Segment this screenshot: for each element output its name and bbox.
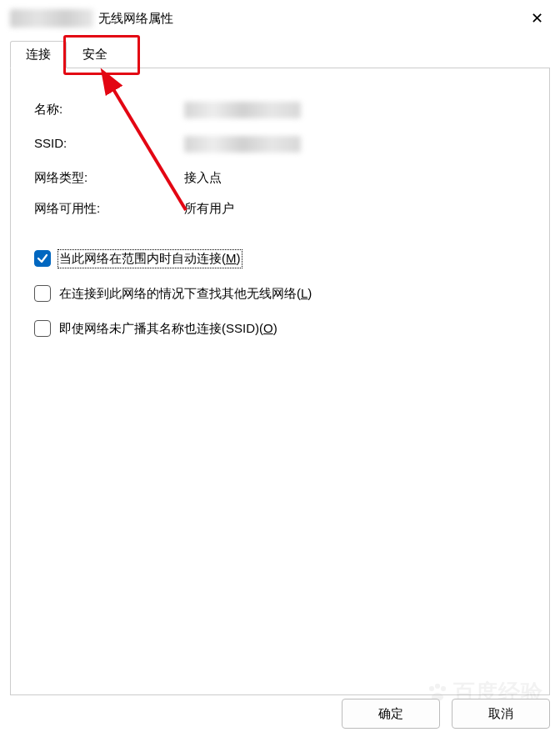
tab-strip: 连接 安全 xyxy=(10,40,550,68)
tab-content: 名称: SSID: 网络类型: 接入点 网络可用性: 所有用户 当此网络在范围内… xyxy=(10,68,550,695)
value-name xyxy=(184,102,526,121)
checkbox-auto-connect-label[interactable]: 当此网络在范围内时自动连接(M) xyxy=(59,251,241,267)
close-icon: ✕ xyxy=(531,9,543,28)
tab-security[interactable]: 安全 xyxy=(67,41,123,68)
checkbox-look-other-label[interactable]: 在连接到此网络的情况下查找其他无线网络(L) xyxy=(59,286,312,302)
value-ssid-redacted xyxy=(184,136,301,153)
checkbox-auto-connect-row: 当此网络在范围内时自动连接(M) xyxy=(34,250,526,267)
label-ssid: SSID: xyxy=(34,136,184,155)
value-ssid xyxy=(184,136,526,155)
check-icon xyxy=(37,253,48,264)
button-bar: 确定 取消 xyxy=(342,699,550,729)
label-network-type: 网络类型: xyxy=(34,170,184,186)
title-redacted xyxy=(10,9,93,28)
titlebar: 无线网络属性 ✕ xyxy=(0,0,560,33)
checkbox-hidden-ssid-label[interactable]: 即使网络未广播其名称也连接(SSID)(O) xyxy=(59,321,278,337)
checkbox-auto-connect[interactable] xyxy=(34,250,51,267)
checkbox-look-other-row: 在连接到此网络的情况下查找其他无线网络(L) xyxy=(34,285,526,302)
title-suffix: 无线网络属性 xyxy=(98,11,173,27)
label-availability: 网络可用性: xyxy=(34,201,184,217)
tab-connect[interactable]: 连接 xyxy=(10,41,67,68)
checkbox-look-other[interactable] xyxy=(34,285,51,302)
close-button[interactable]: ✕ xyxy=(523,5,550,32)
tab-connect-label: 连接 xyxy=(26,47,51,61)
info-grid: 名称: SSID: 网络类型: 接入点 网络可用性: 所有用户 xyxy=(34,102,526,217)
checkbox-hidden-ssid[interactable] xyxy=(34,320,51,337)
ok-button[interactable]: 确定 xyxy=(342,699,440,729)
tab-security-label: 安全 xyxy=(82,47,108,61)
label-name: 名称: xyxy=(34,102,184,121)
value-network-type: 接入点 xyxy=(184,170,526,186)
value-name-redacted xyxy=(184,102,301,118)
title-area: 无线网络属性 xyxy=(10,9,173,28)
value-availability: 所有用户 xyxy=(184,201,526,217)
cancel-button[interactable]: 取消 xyxy=(452,699,550,729)
checkbox-hidden-ssid-row: 即使网络未广播其名称也连接(SSID)(O) xyxy=(34,320,526,337)
